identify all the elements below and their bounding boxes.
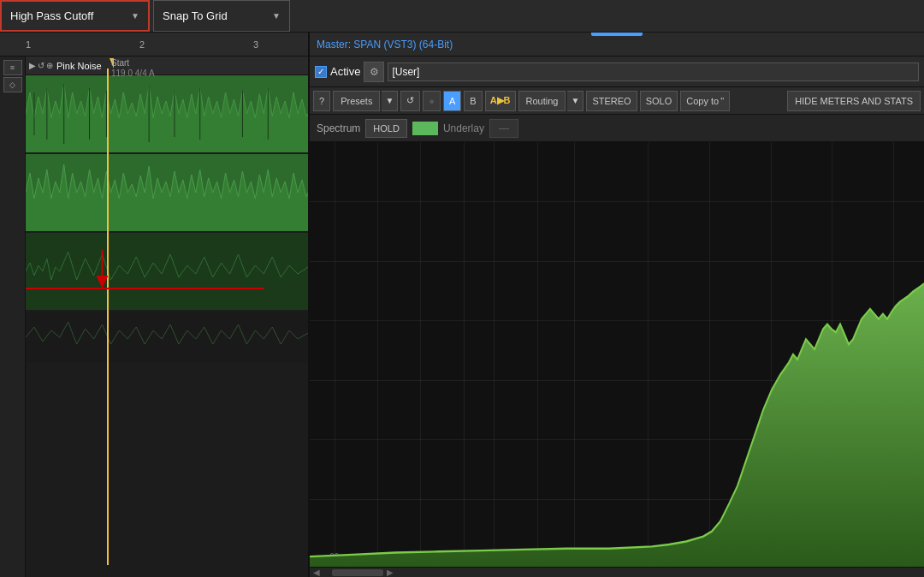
active-checkbox-group: ✓ Active [315,65,360,78]
snap-to-grid-label: Snap To Grid [163,9,228,22]
waveform-svg-1: // Generate random waveform bars [26,75,308,152]
ruler-marker-3: 3 [253,39,258,50]
scroll-left-arrow[interactable]: ◀ [313,568,320,577]
copy-to-button[interactable]: Copy to " [680,91,730,111]
spectrum-label: Spectrum [317,122,360,134]
user-field[interactable] [388,62,919,81]
span-plugin-panel: Master: SPAN (VST3) (64-Bit) ✓ Active ⚙ … [310,33,924,577]
loop-icon: ↺ [38,61,44,70]
play-icon: ▶ [29,61,36,70]
waveform-track-3 [26,233,308,310]
settings-button[interactable]: ⚙ [364,62,384,82]
routing-button-group: Routing ▼ [518,91,584,111]
waveform-area: // Generate random waveform bars [26,75,308,363]
presets-button[interactable]: Presets [333,91,380,111]
ab-button[interactable]: A▶B [485,91,516,111]
start-bpm: 119.0 4/4 A [111,68,155,78]
track-area: ≡ ◇ ▶ ↺ ⊕ Pink Noise Start 119.0 4/4 A [0,57,308,577]
high-pass-cutoff-label: High Pass Cutoff [10,9,93,22]
underlay-value[interactable]: — [489,119,518,138]
waveform-track-4 [26,312,308,363]
active-checkbox[interactable]: ✓ [315,66,327,78]
ruler-marker-2: 2 [139,39,145,50]
mini-btn-2[interactable]: ◇ [3,77,22,92]
spectrum-scrollbar[interactable]: ◀ ▶ [310,567,924,577]
solo-button[interactable]: SOLO [640,91,678,111]
svg-marker-89 [310,283,924,567]
high-pass-cutoff-dropdown[interactable]: High Pass Cutoff ▼ [0,0,150,32]
copy-to-quote: " [720,96,724,106]
plugin-title-bar: Master: SPAN (VST3) (64-Bit) [310,33,924,57]
hide-meters-button[interactable]: HIDE METERS AND STATS [787,91,921,111]
routing-arrow[interactable]: ▼ [567,91,583,111]
ruler-marker-1: 1 [26,39,31,50]
timeline-ruler: 1 2 3 [0,33,308,57]
hold-button[interactable]: HOLD [365,119,407,138]
underlay-label: Underlay [443,122,484,134]
plugin-title: Master: SPAN (VST3) (64-Bit) [317,39,453,51]
main-layout: 1 2 3 ≡ ◇ ▶ ↺ ⊕ Pink Noise [0,33,924,577]
top-bar: High Pass Cutoff ▼ Snap To Grid ▼ [0,0,924,33]
presets-button-group: Presets ▼ [333,91,398,111]
mini-btn-1[interactable]: ≡ [3,60,22,75]
waveform-track-2 [26,154,308,231]
playhead-line [107,68,109,565]
svg-marker-16 [97,276,109,288]
left-side-buttons: ≡ ◇ [0,57,26,577]
plugin-toolbar: ? Presets ▼ ↺ ● A B A▶B Routing ▼ STEREO… [310,87,924,115]
svg-rect-55 [26,312,308,363]
presets-arrow[interactable]: ▼ [382,91,398,111]
red-annotation-svg [26,233,308,310]
scroll-right-arrow[interactable]: ▶ [387,568,394,577]
snap-to-grid-dropdown[interactable]: Snap To Grid ▼ [153,0,290,32]
spectrum-svg [310,142,924,567]
spectrum-controls: Spectrum HOLD Underlay — [310,115,924,142]
routing-button[interactable]: Routing [518,91,566,111]
track-label: ▶ ↺ ⊕ Pink Noise [26,57,308,75]
copy-to-label: Copy to [686,96,719,106]
track-icons: ▶ ↺ ⊕ [29,61,53,70]
start-label: Start [111,58,129,68]
waveform-svg-4 [26,312,308,363]
track-name: Pink Noise [56,61,102,71]
active-label: Active [330,65,360,78]
spectrum-color-swatch[interactable] [412,122,438,135]
dropdown1-arrow: ▼ [131,11,139,21]
stereo-button[interactable]: STEREO [586,91,637,111]
spectrum-display: 20 30 40 50 60 80 100 200 300 400 5 [310,142,924,567]
scroll-thumb[interactable] [332,569,383,576]
b-button[interactable]: B [464,91,482,111]
dropdown2-arrow: ▼ [272,11,281,21]
start-marker: Start 119.0 4/4 A [101,58,114,565]
title-bar-accent [591,33,643,36]
waveform-track-1: // Generate random waveform bars [26,75,308,152]
daw-panel: 1 2 3 ≡ ◇ ▶ ↺ ⊕ Pink Noise [0,33,310,577]
power-button[interactable]: ● [423,91,441,111]
a-button[interactable]: A [443,91,461,111]
plugin-active-row: ✓ Active ⚙ [310,57,924,87]
reset-button[interactable]: ↺ [400,91,420,111]
help-button[interactable]: ? [313,91,330,111]
waveform-svg-2 [26,154,308,231]
add-icon: ⊕ [46,61,53,70]
